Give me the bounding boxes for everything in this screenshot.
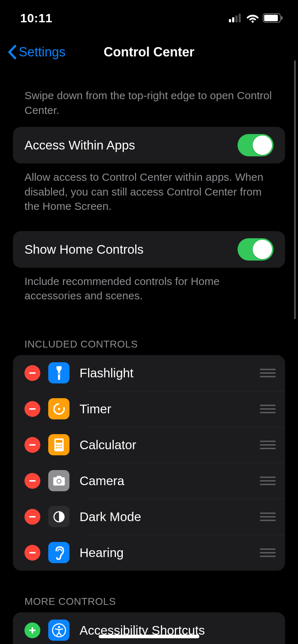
svg-rect-29: [32, 627, 33, 634]
svg-point-16: [56, 445, 58, 446]
control-row-flashlight[interactable]: Flashlight: [13, 355, 285, 391]
svg-point-24: [57, 479, 60, 483]
svg-rect-8: [29, 372, 36, 374]
svg-point-19: [56, 447, 58, 448]
svg-point-20: [58, 447, 60, 448]
svg-rect-3: [239, 14, 241, 22]
accessibility-icon: [48, 620, 69, 641]
remove-button[interactable]: [24, 509, 40, 525]
access-within-apps-switch[interactable]: [238, 134, 274, 156]
minus-icon: [28, 441, 36, 449]
minus-icon: [28, 369, 36, 377]
show-home-controls-footer: Include recommended controls for Home ac…: [13, 268, 285, 303]
show-home-controls-group: Show Home Controls: [13, 231, 285, 268]
drag-handle[interactable]: [260, 441, 276, 449]
remove-button[interactable]: [24, 437, 40, 453]
svg-point-18: [60, 445, 62, 446]
minus-icon: [28, 549, 36, 557]
svg-rect-27: [29, 552, 36, 553]
control-label: Timer: [80, 402, 260, 416]
minus-icon: [28, 405, 36, 413]
svg-rect-7: [281, 16, 283, 20]
content: Swipe down from the top-right edge to op…: [0, 68, 298, 644]
status-time: 10:11: [20, 11, 52, 25]
flashlight-icon: [48, 362, 69, 383]
control-label: Calculator: [80, 438, 260, 452]
svg-point-31: [58, 626, 60, 628]
drag-handle[interactable]: [260, 405, 276, 413]
remove-button[interactable]: [24, 365, 40, 381]
access-within-apps-label: Access Within Apps: [24, 138, 238, 152]
svg-rect-9: [58, 373, 59, 375]
control-row-calculator[interactable]: Calculator: [13, 427, 285, 463]
status-indicators: [229, 13, 283, 23]
svg-rect-2: [235, 15, 238, 22]
svg-rect-22: [29, 480, 36, 482]
timer-icon: [48, 398, 69, 419]
svg-rect-10: [29, 408, 36, 410]
status-bar: 10:11: [0, 0, 298, 36]
show-home-controls-switch[interactable]: [238, 238, 274, 261]
home-indicator[interactable]: [99, 635, 199, 638]
show-home-controls-label: Show Home Controls: [24, 242, 238, 257]
control-row-timer[interactable]: Timer: [13, 391, 285, 427]
drag-handle[interactable]: [260, 548, 276, 557]
show-home-controls-cell[interactable]: Show Home Controls: [13, 231, 285, 268]
plus-icon: [28, 626, 36, 634]
cellular-icon: [229, 14, 243, 22]
calculator-icon: [48, 434, 69, 455]
svg-rect-1: [232, 17, 234, 22]
control-label: Dark Mode: [80, 510, 260, 524]
remove-button[interactable]: [24, 545, 40, 561]
access-within-apps-footer: Allow access to Control Center within ap…: [13, 164, 285, 214]
svg-point-17: [58, 445, 60, 446]
svg-point-21: [60, 447, 62, 448]
add-button[interactable]: [24, 622, 40, 638]
battery-icon: [263, 13, 283, 23]
control-label: Hearing: [80, 546, 260, 560]
included-controls-list: Flashlight Timer Calculator: [13, 355, 285, 571]
svg-point-12: [58, 408, 60, 410]
svg-point-4: [252, 20, 254, 23]
more-controls-header: MORE CONTROLS: [13, 571, 285, 612]
included-controls-header: INCLUDED CONTROLS: [13, 303, 285, 355]
wifi-icon: [246, 13, 259, 23]
scroll-indicator[interactable]: [294, 60, 296, 319]
back-button[interactable]: Settings: [7, 45, 66, 60]
control-row-camera[interactable]: Camera: [13, 463, 285, 499]
remove-button[interactable]: [24, 473, 40, 489]
hearing-icon: [48, 542, 69, 563]
back-label: Settings: [19, 45, 66, 60]
drag-handle[interactable]: [260, 369, 276, 377]
access-within-apps-cell[interactable]: Access Within Apps: [13, 127, 285, 164]
svg-rect-13: [29, 444, 36, 446]
access-within-apps-group: Access Within Apps: [13, 127, 285, 164]
svg-rect-25: [29, 516, 36, 518]
chevron-left-icon: [7, 45, 17, 60]
dark-mode-icon: [48, 506, 69, 527]
camera-icon: [48, 470, 69, 491]
svg-rect-6: [264, 15, 278, 21]
svg-rect-15: [56, 440, 62, 443]
drag-handle[interactable]: [260, 477, 276, 485]
control-row-hearing[interactable]: Hearing: [13, 535, 285, 571]
svg-rect-0: [229, 19, 231, 22]
minus-icon: [28, 477, 36, 485]
page-title: Control Center: [104, 45, 194, 60]
control-label: Camera: [80, 474, 260, 488]
nav-bar: Settings Control Center: [0, 36, 298, 68]
control-row-dark-mode[interactable]: Dark Mode: [13, 499, 285, 535]
control-row-accessibility[interactable]: Accessibility Shortcuts: [13, 612, 285, 644]
remove-button[interactable]: [24, 401, 40, 417]
intro-text: Swipe down from the top-right edge to op…: [13, 68, 285, 127]
control-label: Flashlight: [80, 366, 260, 380]
drag-handle[interactable]: [260, 512, 276, 521]
minus-icon: [28, 513, 36, 521]
more-controls-list: Accessibility Shortcuts Alarm: [13, 612, 285, 644]
